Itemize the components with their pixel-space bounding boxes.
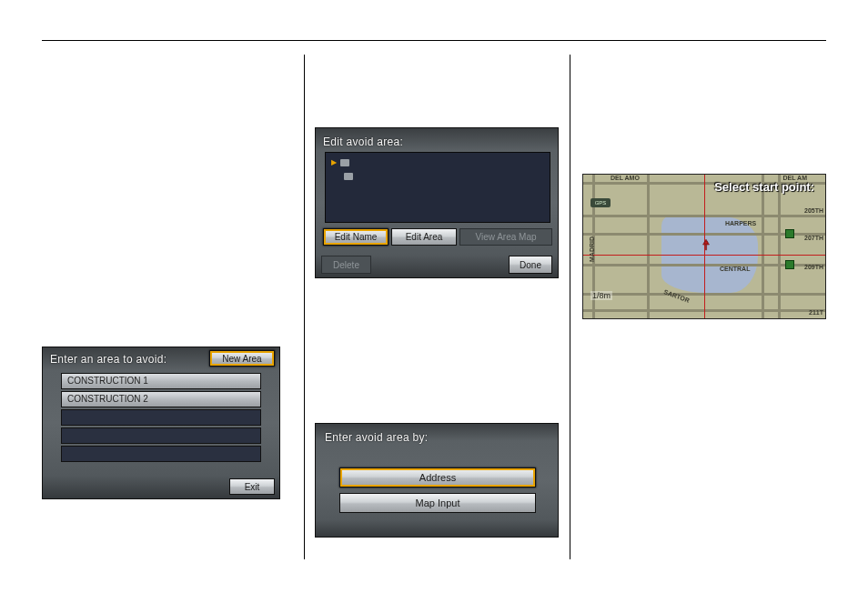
avoid-area-item[interactable]: CONSTRUCTION 1 [61,373,261,389]
view-area-map-button: View Area Map [459,228,552,246]
avoid-area-item-empty [61,409,261,426]
map-poi-icon [785,229,794,238]
area-icon [340,159,349,166]
done-button[interactable]: Done [509,256,552,274]
panel-title: Enter avoid area by: [325,431,428,444]
avoid-area-item-empty [61,446,261,462]
panel-title: Edit avoid area: [323,136,403,148]
street-label: DEL AMO [611,175,640,181]
map-title: Select start point: [714,180,814,194]
address-button[interactable]: Address [339,467,536,487]
road [647,175,650,318]
new-area-button[interactable]: New Area [209,350,275,367]
road [778,175,781,318]
enter-avoid-area-by-panel: Enter avoid area by: Address Map Input [315,423,559,538]
map-input-button[interactable]: Map Input [339,493,536,513]
edit-name-button[interactable]: Edit Name [323,228,389,246]
list-item[interactable]: ▶ [331,158,349,166]
delete-button: Delete [321,256,371,274]
road [762,175,764,318]
column-divider-1 [304,55,305,559]
street-label: 211T [809,309,823,316]
map-scale: 1/8m [590,291,612,300]
avoid-area-item[interactable]: CONSTRUCTION 2 [61,391,261,407]
exit-button[interactable]: Exit [229,478,275,495]
street-label: CENTRAL [720,266,750,272]
list-item[interactable] [331,173,353,180]
area-icon [344,173,353,180]
enter-area-to-avoid-panel: Enter an area to avoid: New Area CONSTRU… [42,347,280,499]
map-poi-icon [785,260,794,269]
street-label: 207TH [804,235,823,241]
street-label: HARPERS [725,220,756,226]
street-label: MADRID [589,236,595,262]
horizontal-rule [42,40,826,41]
column-divider-2 [570,55,570,559]
street-label: 205TH [804,207,823,214]
gps-indicator: GPS [590,198,611,207]
map-pin-icon [700,238,712,251]
street-label: 209TH [804,264,823,270]
avoid-area-item-empty [61,427,261,444]
edit-avoid-area-panel: Edit avoid area: ▶ Edit Name Edit Area V… [315,127,559,278]
panel-title: Enter an area to avoid: [50,353,167,366]
play-icon: ▶ [331,158,337,166]
map-select-start-point[interactable]: DEL AMO DEL AM MADRID HARPERS CENTRAL SA… [582,174,826,319]
avoid-area-list: ▶ [325,152,550,223]
edit-area-button[interactable]: Edit Area [391,228,457,246]
